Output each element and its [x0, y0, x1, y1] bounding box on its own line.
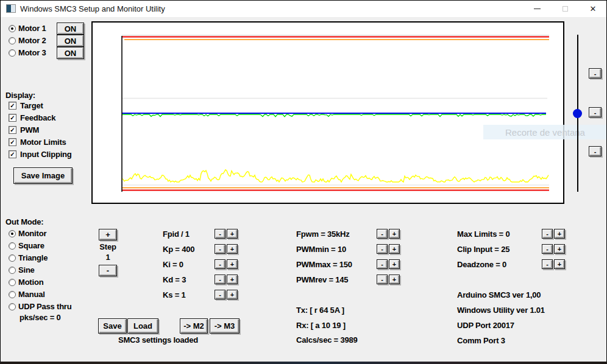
- radio-motion-label: Motion: [18, 278, 43, 287]
- desktop-edge: [0, 362, 607, 364]
- checkbox-input-clipping-label: Input Clipping: [20, 150, 72, 159]
- checkmark-icon: ✓: [10, 102, 15, 109]
- radio-square[interactable]: [9, 242, 16, 250]
- scope-traces: [93, 23, 563, 203]
- radio-square-label: Square: [18, 241, 44, 250]
- checkbox-motor-limits-label: Motor Limits: [20, 138, 66, 147]
- tx-status: Tx: [ r 64 5A ]: [296, 306, 344, 315]
- scale-minus-button-3[interactable]: -: [589, 146, 602, 156]
- fpwm-minus-button[interactable]: -: [377, 229, 388, 239]
- radio-sine-label: Sine: [18, 265, 35, 275]
- radio-motor-3[interactable]: [9, 49, 16, 57]
- scale-minus-button-1[interactable]: -: [589, 68, 602, 79]
- checkbox-input-clipping[interactable]: ✓: [9, 150, 16, 158]
- calcs-per-sec: Calcs/sec = 3989: [296, 335, 358, 345]
- pwmmin-minus-button[interactable]: -: [377, 244, 388, 254]
- radio-manual[interactable]: [9, 291, 16, 298]
- checkbox-target-label: Target: [20, 101, 43, 110]
- checkbox-target[interactable]: ✓: [9, 102, 16, 110]
- pwmmin-plus-button[interactable]: +: [389, 244, 400, 254]
- checkbox-pwm[interactable]: ✓: [9, 126, 16, 134]
- fpwm-label: Fpwm = 35kHz: [296, 229, 350, 239]
- deadzone-plus-button[interactable]: +: [554, 259, 565, 269]
- window-title: Windows SMC3 Setup and Monitor Utility: [20, 4, 165, 13]
- radio-monitor[interactable]: [9, 230, 16, 237]
- fpid-label: Fpid / 1: [163, 229, 190, 239]
- udp-port: UDP Port 20017: [457, 321, 514, 330]
- kd-plus-button[interactable]: +: [227, 275, 238, 284]
- radio-monitor-label: Monitor: [18, 229, 46, 238]
- app-window: Windows SMC3 Setup and Monitor Utility ✕…: [0, 0, 607, 364]
- pks-per-sec-label: pks/sec = 0: [20, 313, 61, 322]
- max-limits-label: Max Limits = 0: [457, 229, 509, 239]
- kp-plus-button[interactable]: +: [227, 244, 238, 254]
- checkmark-icon: ✓: [10, 139, 15, 145]
- radio-triangle-label: Triangle: [18, 253, 48, 262]
- save-button[interactable]: Save: [98, 318, 127, 334]
- motor-1-on-button[interactable]: ON: [57, 23, 84, 35]
- fpid-minus-button[interactable]: -: [215, 229, 225, 239]
- arduino-version: Arduino SMC3 ver 1,00: [457, 290, 541, 299]
- checkbox-feedback[interactable]: ✓: [9, 114, 16, 122]
- titlebar: Windows SMC3 Setup and Monitor Utility ✕: [1, 1, 606, 17]
- max-limits-plus-button[interactable]: +: [554, 229, 565, 239]
- fpid-plus-button[interactable]: +: [227, 229, 238, 239]
- kp-label: Kp = 400: [163, 245, 194, 254]
- pwmrev-label: PWMrev = 145: [296, 275, 348, 284]
- checkbox-feedback-label: Feedback: [20, 113, 55, 122]
- step-plus-button[interactable]: +: [99, 229, 117, 240]
- checkmark-icon: ✓: [10, 127, 15, 133]
- ki-minus-button[interactable]: -: [215, 259, 225, 269]
- motor-2-on-button[interactable]: ON: [57, 35, 84, 47]
- motor-1-label: Motor 1: [18, 24, 46, 33]
- checkbox-pwm-label: PWM: [20, 125, 39, 135]
- step-minus-button[interactable]: -: [99, 265, 117, 276]
- maximize-button[interactable]: [551, 1, 579, 17]
- clip-input-plus-button[interactable]: +: [554, 244, 565, 254]
- pwmrev-plus-button[interactable]: +: [389, 275, 400, 284]
- pwmrev-minus-button[interactable]: -: [377, 275, 388, 284]
- app-icon: [6, 4, 16, 13]
- minimize-icon: [534, 9, 541, 9]
- deadzone-label: Deadzone = 0: [457, 260, 506, 269]
- pwmmax-minus-button[interactable]: -: [377, 259, 388, 269]
- save-image-button[interactable]: Save Image: [13, 167, 73, 184]
- checkbox-motor-limits[interactable]: ✓: [9, 138, 16, 146]
- checkmark-icon: ✓: [10, 114, 15, 121]
- radio-udp-pass-thru[interactable]: [9, 303, 16, 310]
- radio-triangle[interactable]: [9, 254, 16, 262]
- fpwm-plus-button[interactable]: +: [389, 229, 400, 239]
- ks-plus-button[interactable]: +: [227, 290, 238, 299]
- clip-input-minus-button[interactable]: -: [542, 244, 553, 254]
- ki-label: Ki = 0: [163, 260, 183, 269]
- step-label: Step: [96, 242, 119, 251]
- motor-2-label: Motor 2: [18, 36, 46, 45]
- checkmark-icon: ✓: [10, 151, 15, 158]
- scale-minus-button-2[interactable]: -: [589, 107, 602, 117]
- max-limits-minus-button[interactable]: -: [542, 229, 553, 239]
- kd-minus-button[interactable]: -: [215, 275, 225, 284]
- radio-sine[interactable]: [9, 267, 16, 274]
- utility-version: Windows Utility ver 1.01: [457, 306, 545, 315]
- radio-motion[interactable]: [9, 279, 16, 286]
- ki-plus-button[interactable]: +: [227, 259, 238, 269]
- minimize-button[interactable]: [523, 1, 551, 17]
- pwmmax-plus-button[interactable]: +: [389, 259, 400, 269]
- radio-motor-1[interactable]: [9, 25, 16, 32]
- deadzone-minus-button[interactable]: -: [542, 259, 553, 269]
- pwmmax-label: PWMmax = 150: [296, 260, 352, 269]
- radio-motor-2[interactable]: [9, 37, 16, 44]
- settings-status: SMC3 settings loaded: [118, 335, 198, 345]
- ks-minus-button[interactable]: -: [215, 290, 225, 299]
- load-button[interactable]: Load: [127, 318, 158, 334]
- kp-minus-button[interactable]: -: [215, 244, 225, 254]
- copy-to-m3-button[interactable]: -> M3: [210, 318, 240, 334]
- slider-thumb[interactable]: [573, 109, 582, 118]
- motor-3-on-button[interactable]: ON: [57, 47, 84, 59]
- kd-label: Kd = 3: [163, 275, 186, 284]
- step-value: 1: [96, 253, 119, 262]
- maximize-icon: [563, 6, 568, 12]
- copy-to-m2-button[interactable]: -> M2: [180, 318, 208, 334]
- comm-port: Comm Port 3: [457, 336, 505, 345]
- close-button[interactable]: ✕: [579, 1, 607, 17]
